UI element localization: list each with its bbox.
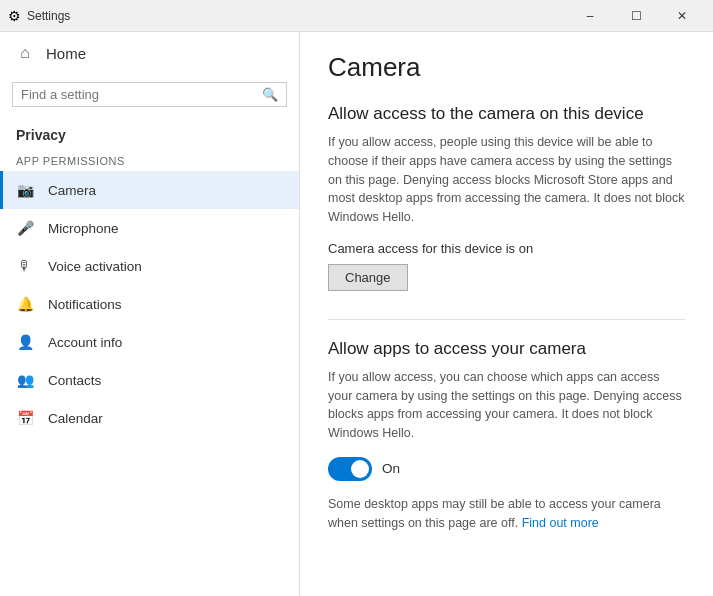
settings-icon: ⚙: [8, 8, 21, 24]
calendar-icon: [16, 409, 34, 427]
section1-heading: Allow access to the camera on this devic…: [328, 103, 685, 125]
close-button[interactable]: ✕: [659, 0, 705, 32]
footer-link[interactable]: Find out more: [522, 516, 599, 530]
footer-text-content: Some desktop apps may still be able to a…: [328, 497, 661, 530]
sidebar-item-calendar-label: Calendar: [48, 411, 103, 426]
sidebar-search-box[interactable]: 🔍: [12, 82, 287, 107]
voice-icon: [16, 257, 34, 275]
window-controls: – ☐ ✕: [567, 0, 705, 32]
page-title: Camera: [328, 52, 685, 83]
arrow-indicator: →: [300, 456, 302, 482]
sidebar-item-account-label: Account info: [48, 335, 122, 350]
sidebar-item-notifications-label: Notifications: [48, 297, 122, 312]
sidebar-item-contacts-label: Contacts: [48, 373, 101, 388]
sidebar-item-contacts[interactable]: Contacts: [0, 361, 299, 399]
section1-text: If you allow access, people using this d…: [328, 133, 685, 227]
toggle-row: → On: [328, 457, 685, 481]
window-title: Settings: [27, 9, 567, 23]
camera-icon: [16, 181, 34, 199]
contacts-icon: [16, 371, 34, 389]
sidebar-home-label: Home: [46, 45, 86, 62]
sidebar-item-home[interactable]: Home: [0, 32, 299, 74]
sidebar-item-voice-label: Voice activation: [48, 259, 142, 274]
sidebar-item-microphone-label: Microphone: [48, 221, 119, 236]
sidebar: Home 🔍 Privacy App permissions Camera Mi…: [0, 32, 300, 596]
sidebar-item-notifications[interactable]: Notifications: [0, 285, 299, 323]
search-icon: 🔍: [262, 87, 278, 102]
notifications-icon: [16, 295, 34, 313]
section2-text: If you allow access, you can choose whic…: [328, 368, 685, 443]
sidebar-item-microphone[interactable]: Microphone: [0, 209, 299, 247]
search-input[interactable]: [21, 87, 256, 102]
minimize-button[interactable]: –: [567, 0, 613, 32]
main-container: Home 🔍 Privacy App permissions Camera Mi…: [0, 32, 713, 596]
sidebar-section-privacy: Privacy: [0, 115, 299, 149]
microphone-icon: [16, 219, 34, 237]
section2-heading: Allow apps to access your camera: [328, 338, 685, 360]
sidebar-item-voice-activation[interactable]: Voice activation: [0, 247, 299, 285]
content-area: Camera Allow access to the camera on thi…: [300, 32, 713, 596]
sidebar-app-permissions-label: App permissions: [0, 149, 299, 171]
section-divider: [328, 319, 685, 320]
camera-status-text: Camera access for this device is on: [328, 241, 685, 256]
maximize-button[interactable]: ☐: [613, 0, 659, 32]
sidebar-item-calendar[interactable]: Calendar: [0, 399, 299, 437]
sidebar-item-account-info[interactable]: Account info: [0, 323, 299, 361]
home-icon: [16, 44, 34, 62]
account-icon: [16, 333, 34, 351]
footer-text: Some desktop apps may still be able to a…: [328, 495, 685, 533]
change-button[interactable]: Change: [328, 264, 408, 291]
camera-toggle[interactable]: [328, 457, 372, 481]
sidebar-item-camera-label: Camera: [48, 183, 96, 198]
title-bar: ⚙ Settings – ☐ ✕: [0, 0, 713, 32]
toggle-label: On: [382, 461, 400, 476]
sidebar-item-camera[interactable]: Camera: [0, 171, 299, 209]
